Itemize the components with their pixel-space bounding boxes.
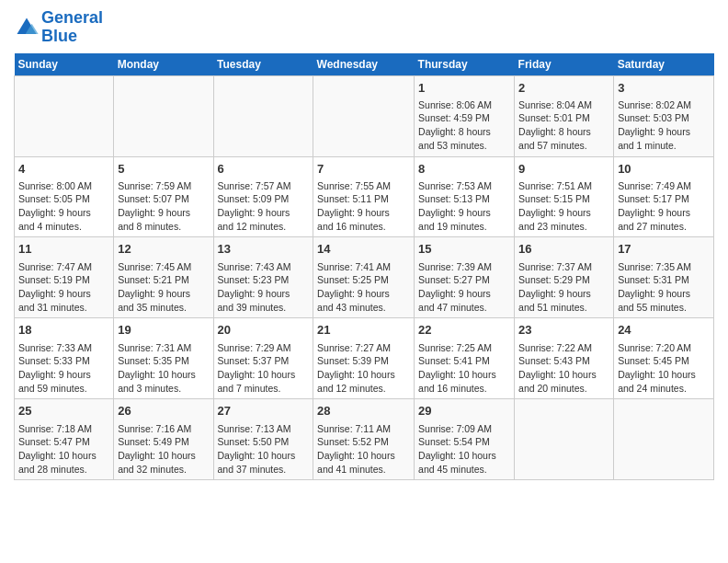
calendar-cell: 21Sunrise: 7:27 AM Sunset: 5:39 PM Dayli…: [313, 318, 415, 399]
day-number: 25: [18, 403, 109, 419]
col-header-tuesday: Tuesday: [213, 53, 313, 76]
calendar-cell: [114, 75, 213, 156]
day-number: 12: [118, 241, 209, 258]
calendar-cell: 29Sunrise: 7:09 AM Sunset: 5:54 PM Dayli…: [415, 399, 515, 480]
day-number: 27: [218, 403, 310, 419]
day-info: Sunrise: 7:39 AM Sunset: 5:27 PM Dayligh…: [418, 260, 510, 315]
day-info: Sunrise: 7:49 AM Sunset: 5:17 PM Dayligh…: [618, 179, 710, 234]
day-info: Sunrise: 7:29 AM Sunset: 5:37 PM Dayligh…: [218, 341, 310, 396]
calendar-cell: 12Sunrise: 7:45 AM Sunset: 5:21 PM Dayli…: [114, 237, 213, 318]
day-info: Sunrise: 7:59 AM Sunset: 5:07 PM Dayligh…: [118, 179, 209, 234]
logo-text: General Blue: [41, 9, 103, 46]
day-info: Sunrise: 7:47 AM Sunset: 5:19 PM Dayligh…: [18, 260, 109, 315]
calendar-cell: 27Sunrise: 7:13 AM Sunset: 5:50 PM Dayli…: [213, 399, 313, 480]
calendar-cell: 17Sunrise: 7:35 AM Sunset: 5:31 PM Dayli…: [614, 237, 714, 318]
day-number: 1: [418, 80, 510, 97]
day-info: Sunrise: 7:16 AM Sunset: 5:49 PM Dayligh…: [118, 422, 209, 477]
day-info: Sunrise: 7:45 AM Sunset: 5:21 PM Dayligh…: [118, 260, 209, 315]
day-info: Sunrise: 8:04 AM Sunset: 5:01 PM Dayligh…: [518, 98, 609, 153]
day-info: Sunrise: 7:31 AM Sunset: 5:35 PM Dayligh…: [118, 341, 209, 396]
day-number: 21: [317, 322, 410, 339]
day-number: 10: [618, 161, 710, 178]
calendar-table: SundayMondayTuesdayWednesdayThursdayFrid…: [14, 53, 714, 481]
day-info: Sunrise: 8:02 AM Sunset: 5:03 PM Dayligh…: [618, 98, 710, 153]
day-info: Sunrise: 7:09 AM Sunset: 5:54 PM Dayligh…: [418, 422, 510, 477]
calendar-cell: 23Sunrise: 7:22 AM Sunset: 5:43 PM Dayli…: [515, 318, 614, 399]
calendar-week-row: 1Sunrise: 8:06 AM Sunset: 4:59 PM Daylig…: [15, 75, 714, 156]
calendar-week-row: 11Sunrise: 7:47 AM Sunset: 5:19 PM Dayli…: [15, 237, 714, 318]
day-number: 13: [218, 241, 310, 258]
calendar-week-row: 25Sunrise: 7:18 AM Sunset: 5:47 PM Dayli…: [15, 399, 714, 480]
calendar-cell: 25Sunrise: 7:18 AM Sunset: 5:47 PM Dayli…: [15, 399, 114, 480]
calendar-cell: 2Sunrise: 8:04 AM Sunset: 5:01 PM Daylig…: [515, 75, 614, 156]
calendar-cell: 1Sunrise: 8:06 AM Sunset: 4:59 PM Daylig…: [415, 75, 515, 156]
day-number: 23: [518, 322, 609, 339]
calendar-cell: 3Sunrise: 8:02 AM Sunset: 5:03 PM Daylig…: [614, 75, 714, 156]
day-number: 9: [518, 161, 609, 178]
day-info: Sunrise: 7:55 AM Sunset: 5:11 PM Dayligh…: [317, 179, 410, 234]
col-header-friday: Friday: [515, 53, 614, 76]
calendar-week-row: 4Sunrise: 8:00 AM Sunset: 5:05 PM Daylig…: [15, 156, 714, 237]
day-number: 7: [317, 161, 410, 178]
page-header: General Blue: [14, 9, 714, 46]
col-header-wednesday: Wednesday: [313, 53, 415, 76]
calendar-cell: [15, 75, 114, 156]
calendar-cell: [213, 75, 313, 156]
calendar-cell: 4Sunrise: 8:00 AM Sunset: 5:05 PM Daylig…: [15, 156, 114, 237]
col-header-saturday: Saturday: [614, 53, 714, 76]
calendar-cell: [614, 399, 714, 480]
col-header-sunday: Sunday: [15, 53, 114, 76]
calendar-cell: 15Sunrise: 7:39 AM Sunset: 5:27 PM Dayli…: [415, 237, 515, 318]
calendar-week-row: 18Sunrise: 7:33 AM Sunset: 5:33 PM Dayli…: [15, 318, 714, 399]
col-header-monday: Monday: [114, 53, 213, 76]
day-info: Sunrise: 7:41 AM Sunset: 5:25 PM Dayligh…: [317, 260, 410, 315]
calendar-cell: 22Sunrise: 7:25 AM Sunset: 5:41 PM Dayli…: [415, 318, 515, 399]
day-info: Sunrise: 7:33 AM Sunset: 5:33 PM Dayligh…: [18, 341, 109, 396]
day-number: 11: [18, 241, 109, 258]
calendar-cell: 18Sunrise: 7:33 AM Sunset: 5:33 PM Dayli…: [15, 318, 114, 399]
day-number: 29: [418, 403, 510, 419]
day-number: 22: [418, 322, 510, 339]
calendar-cell: 10Sunrise: 7:49 AM Sunset: 5:17 PM Dayli…: [614, 156, 714, 237]
calendar-cell: 28Sunrise: 7:11 AM Sunset: 5:52 PM Dayli…: [313, 399, 415, 480]
day-number: 24: [618, 322, 710, 339]
day-info: Sunrise: 7:13 AM Sunset: 5:50 PM Dayligh…: [218, 422, 310, 477]
day-number: 28: [317, 403, 410, 419]
day-info: Sunrise: 7:20 AM Sunset: 5:45 PM Dayligh…: [618, 341, 710, 396]
day-info: Sunrise: 8:00 AM Sunset: 5:05 PM Dayligh…: [18, 179, 109, 234]
day-number: 3: [618, 80, 710, 97]
day-number: 2: [518, 80, 609, 97]
day-number: 5: [118, 161, 209, 178]
day-number: 26: [118, 403, 209, 419]
calendar-cell: [313, 75, 415, 156]
calendar-cell: 7Sunrise: 7:55 AM Sunset: 5:11 PM Daylig…: [313, 156, 415, 237]
day-number: 19: [118, 322, 209, 339]
day-info: Sunrise: 7:37 AM Sunset: 5:29 PM Dayligh…: [518, 260, 609, 315]
calendar-cell: 9Sunrise: 7:51 AM Sunset: 5:15 PM Daylig…: [515, 156, 614, 237]
calendar-cell: 20Sunrise: 7:29 AM Sunset: 5:37 PM Dayli…: [213, 318, 313, 399]
calendar-cell: 16Sunrise: 7:37 AM Sunset: 5:29 PM Dayli…: [515, 237, 614, 318]
calendar-cell: 24Sunrise: 7:20 AM Sunset: 5:45 PM Dayli…: [614, 318, 714, 399]
calendar-cell: 14Sunrise: 7:41 AM Sunset: 5:25 PM Dayli…: [313, 237, 415, 318]
calendar-cell: 26Sunrise: 7:16 AM Sunset: 5:49 PM Dayli…: [114, 399, 213, 480]
calendar-cell: 6Sunrise: 7:57 AM Sunset: 5:09 PM Daylig…: [213, 156, 313, 237]
col-header-thursday: Thursday: [415, 53, 515, 76]
day-number: 20: [218, 322, 310, 339]
day-info: Sunrise: 7:35 AM Sunset: 5:31 PM Dayligh…: [618, 260, 710, 315]
calendar-cell: 13Sunrise: 7:43 AM Sunset: 5:23 PM Dayli…: [213, 237, 313, 318]
day-number: 15: [418, 241, 510, 258]
day-info: Sunrise: 7:11 AM Sunset: 5:52 PM Dayligh…: [317, 422, 410, 477]
day-info: Sunrise: 7:43 AM Sunset: 5:23 PM Dayligh…: [218, 260, 310, 315]
day-info: Sunrise: 7:57 AM Sunset: 5:09 PM Dayligh…: [218, 179, 310, 234]
calendar-cell: 5Sunrise: 7:59 AM Sunset: 5:07 PM Daylig…: [114, 156, 213, 237]
day-info: Sunrise: 7:53 AM Sunset: 5:13 PM Dayligh…: [418, 179, 510, 234]
day-number: 18: [18, 322, 109, 339]
logo: General Blue: [14, 9, 103, 46]
calendar-cell: 19Sunrise: 7:31 AM Sunset: 5:35 PM Dayli…: [114, 318, 213, 399]
day-number: 16: [518, 241, 609, 258]
day-number: 17: [618, 241, 710, 258]
day-info: Sunrise: 7:22 AM Sunset: 5:43 PM Dayligh…: [518, 341, 609, 396]
day-info: Sunrise: 7:25 AM Sunset: 5:41 PM Dayligh…: [418, 341, 510, 396]
day-number: 8: [418, 161, 510, 178]
calendar-header-row: SundayMondayTuesdayWednesdayThursdayFrid…: [15, 53, 714, 76]
